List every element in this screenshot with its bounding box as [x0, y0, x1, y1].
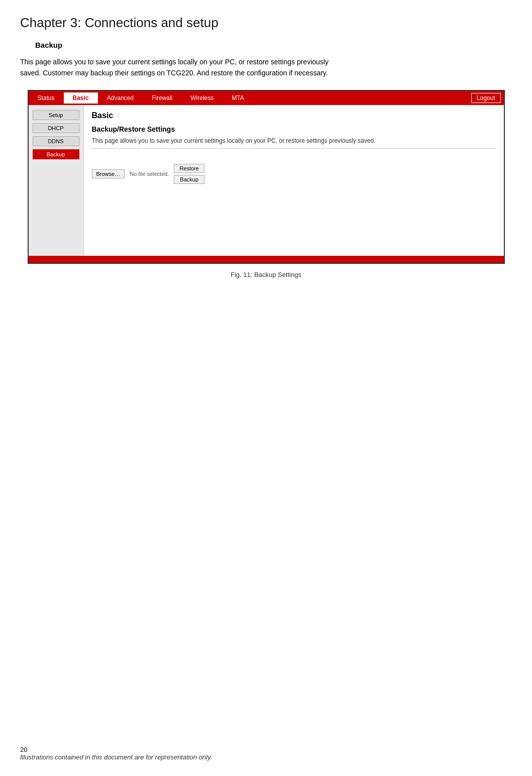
backup-form-area: Browse… No file selected. Restore Backup — [92, 154, 496, 194]
sidebar-backup-button[interactable]: Backup — [33, 149, 79, 159]
nav-status[interactable]: Status — [29, 92, 64, 104]
sidebar-dhcp-button[interactable]: DHCP — [33, 123, 79, 133]
router-ui-screenshot: Status Basic Advanced Firewall Wireless … — [28, 90, 505, 264]
nav-firewall[interactable]: Firewall — [143, 92, 181, 104]
main-content: Setup DHCP DDNS Backup Basic Backup/Rest… — [29, 105, 504, 256]
file-input-row: Browse… No file selected. Restore Backup — [92, 164, 496, 184]
content-heading: Basic — [92, 111, 496, 120]
browse-button[interactable]: Browse… — [92, 169, 125, 178]
action-buttons: Restore Backup — [174, 164, 204, 184]
content-subheading: Backup/Restore Settings — [92, 125, 496, 133]
backup-button[interactable]: Backup — [174, 175, 204, 184]
sidebar-ddns-button[interactable]: DDNS — [33, 136, 79, 146]
nav-wireless[interactable]: Wireless — [181, 92, 223, 104]
footer-note: Illustrations contained in this document… — [20, 753, 212, 761]
logout-button[interactable]: Logout — [471, 93, 501, 103]
sidebar-setup-button[interactable]: Setup — [33, 110, 79, 120]
nav-mta[interactable]: MTA — [223, 92, 253, 104]
intro-text: This page allows you to save your curren… — [20, 56, 497, 79]
chapter-title: Chapter 3: Connections and setup — [20, 15, 512, 31]
page-footer: 20 Illustrations contained in this docum… — [20, 746, 212, 761]
nav-bar: Status Basic Advanced Firewall Wireless … — [29, 91, 504, 105]
content-panel: Basic Backup/Restore Settings This page … — [84, 105, 504, 256]
sidebar: Setup DHCP DDNS Backup — [29, 105, 84, 256]
page-number: 20 — [20, 746, 212, 753]
restore-button[interactable]: Restore — [174, 164, 204, 173]
intro-line-1: This page allows you to save your curren… — [20, 58, 329, 66]
figure-caption: Fig. 11: Backup Settings — [20, 271, 512, 278]
nav-advanced[interactable]: Advanced — [98, 92, 143, 104]
section-heading: Backup — [35, 41, 512, 49]
no-file-label: No file selected. — [130, 171, 169, 177]
nav-basic[interactable]: Basic — [64, 92, 98, 104]
content-description: This page allows you to save your curren… — [92, 137, 496, 149]
ui-red-footer — [29, 256, 504, 263]
intro-line-2: saved. Customer may backup their setting… — [20, 69, 328, 77]
